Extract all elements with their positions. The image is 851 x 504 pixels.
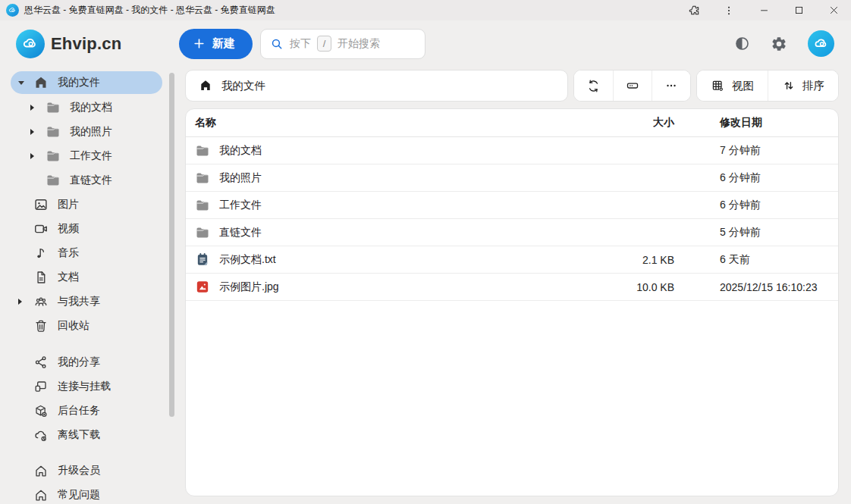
toolbar-view-group: 视图 排序 [696, 70, 839, 102]
caret-right-icon[interactable] [30, 105, 46, 111]
minimize-button[interactable] [746, 0, 781, 20]
file-date: 5 分钟前 [720, 226, 829, 239]
file-name: 我的文档 [219, 144, 262, 158]
file-date: 2025/12/15 16:10:23 [720, 281, 829, 293]
caret-right-icon[interactable] [30, 153, 46, 159]
app-logo-icon [6, 4, 19, 17]
sidebar-item-connections-mounts[interactable]: 连接与挂载 [0, 374, 179, 399]
search-icon [270, 37, 284, 51]
view-button[interactable]: 视图 [697, 70, 768, 101]
sidebar-item-label: 我的文档 [70, 101, 112, 114]
sidebar-item-label: 视频 [58, 222, 79, 236]
sidebar-item-shared-with-me[interactable]: 与我共享 [0, 290, 179, 314]
file-date: 6 天前 [720, 253, 829, 267]
sidebar-item-upgrade-member[interactable]: 升级会员 [0, 459, 179, 483]
user-avatar[interactable] [808, 30, 834, 57]
sidebar-item-offline-download[interactable]: 离线下载 [0, 423, 179, 447]
sidebar-item-videos[interactable]: 视频 [0, 217, 179, 241]
window-titlebar: 恩华云盘 - 免费直链网盘 - 我的文件 - 恩华云盘 - 免费直链网盘 [0, 0, 851, 20]
column-date[interactable]: 修改日期 [720, 116, 829, 130]
more-ellipsis-icon [664, 79, 678, 92]
sidebar-item-pictures[interactable]: 图片 [0, 193, 179, 217]
file-list-header: 名称 大小 修改日期 [186, 109, 838, 137]
plus-icon [193, 37, 206, 50]
window-title: 恩华云盘 - 免费直链网盘 - 我的文件 - 恩华云盘 - 免费直链网盘 [24, 4, 275, 17]
sidebar-item-label: 我的文件 [58, 76, 100, 89]
caret-right-icon[interactable] [18, 299, 33, 305]
capsule-button[interactable] [613, 70, 652, 101]
sidebar-scrollbar[interactable] [169, 73, 174, 417]
settings-gear-icon[interactable] [771, 36, 787, 52]
search-placeholder-prefix: 按下 [290, 37, 311, 51]
search-input[interactable]: 按下 / 开始搜索 [260, 29, 426, 59]
file-name: 我的照片 [219, 171, 262, 185]
maximize-button[interactable] [781, 0, 816, 20]
avatar-cloud-logo-icon [812, 35, 831, 53]
new-button-label: 新建 [212, 36, 235, 51]
sidebar-item-work-files[interactable]: 工作文件 [0, 144, 179, 168]
theme-toggle-icon[interactable] [734, 36, 750, 52]
column-name[interactable]: 名称 [195, 116, 216, 130]
file-name: 直链文件 [219, 226, 262, 239]
sidebar: 我的文件 我的文档 我的照片 工作文件 直链文件 图片 [0, 67, 179, 504]
toolbar-action-group [573, 70, 691, 102]
sidebar-item-label: 我的分享 [58, 355, 100, 369]
sidebar-item-label: 离线下载 [58, 428, 100, 442]
breadcrumb-current: 我的文件 [221, 79, 265, 93]
file-list: 名称 大小 修改日期 我的文档 7 分钟前 我的照片 6 分钟前 [185, 108, 839, 496]
sidebar-item-music[interactable]: 音乐 [0, 241, 179, 265]
file-name: 示例文档.txt [219, 253, 276, 267]
refresh-button[interactable] [574, 70, 613, 101]
new-button[interactable]: 新建 [179, 29, 253, 59]
breadcrumb[interactable]: 我的文件 [185, 70, 568, 102]
kebab-menu-icon[interactable] [711, 0, 746, 20]
caret-right-icon[interactable] [30, 129, 46, 135]
brand[interactable]: Ehvip.cn [0, 30, 179, 58]
file-size: 2.1 KB [591, 254, 720, 266]
file-name: 工作文件 [219, 199, 262, 212]
folder-icon [195, 143, 210, 158]
sidebar-item-faq[interactable]: 常见问题 [0, 483, 179, 504]
home-icon [33, 75, 49, 90]
sidebar-item-label: 后台任务 [58, 404, 100, 418]
sidebar-item-label: 图片 [58, 198, 79, 211]
sidebar-item-recycle-bin[interactable]: 回收站 [0, 314, 179, 338]
sort-button-label: 排序 [802, 79, 824, 93]
sidebar-item-my-files[interactable]: 我的文件 [11, 71, 162, 94]
music-icon [33, 246, 49, 261]
share-nodes-icon [33, 355, 49, 370]
sidebar-item-label: 与我共享 [58, 295, 100, 308]
upgrade-member-icon [33, 463, 49, 478]
offline-download-icon [33, 427, 49, 443]
app-header: Ehvip.cn 新建 按下 / 开始搜索 [0, 20, 851, 67]
file-row[interactable]: 我的文档 7 分钟前 [186, 137, 838, 164]
folder-icon [195, 225, 210, 240]
search-placeholder-suffix: 开始搜索 [338, 37, 380, 51]
close-button[interactable] [816, 0, 851, 20]
file-row[interactable]: 示例文档.txt 2.1 KB 6 天前 [186, 246, 838, 274]
extension-puzzle-icon[interactable] [677, 0, 711, 20]
sidebar-item-my-photos[interactable]: 我的照片 [0, 120, 179, 144]
caret-down-icon[interactable] [18, 81, 33, 85]
trash-icon [33, 318, 49, 333]
file-row[interactable]: 直链文件 5 分钟前 [186, 219, 838, 246]
sidebar-item-direct-link-files[interactable]: 直链文件 [0, 168, 179, 193]
image-icon [33, 197, 49, 212]
file-row[interactable]: 工作文件 6 分钟前 [186, 192, 838, 219]
column-size[interactable]: 大小 [591, 116, 720, 130]
file-name: 示例图片.jpg [219, 280, 279, 294]
sidebar-item-label: 回收站 [58, 319, 89, 333]
sidebar-item-label: 常见问题 [58, 488, 100, 502]
file-row[interactable]: 我的照片 6 分钟前 [186, 164, 838, 192]
sidebar-item-my-documents[interactable]: 我的文档 [0, 95, 179, 120]
sidebar-item-label: 我的照片 [70, 125, 112, 139]
file-row[interactable]: 示例图片.jpg 10.0 KB 2025/12/15 16:10:23 [186, 274, 838, 301]
breadcrumb-home-icon [199, 79, 212, 92]
sort-button[interactable]: 排序 [768, 70, 838, 101]
sidebar-item-my-shares[interactable]: 我的分享 [0, 350, 179, 374]
more-button[interactable] [652, 70, 690, 101]
file-date: 7 分钟前 [720, 144, 829, 158]
sidebar-item-documents[interactable]: 文档 [0, 265, 179, 290]
main-panel: 我的文件 视图 排序 名称 大小 修 [179, 67, 851, 504]
sidebar-item-background-tasks[interactable]: 后台任务 [0, 399, 179, 423]
